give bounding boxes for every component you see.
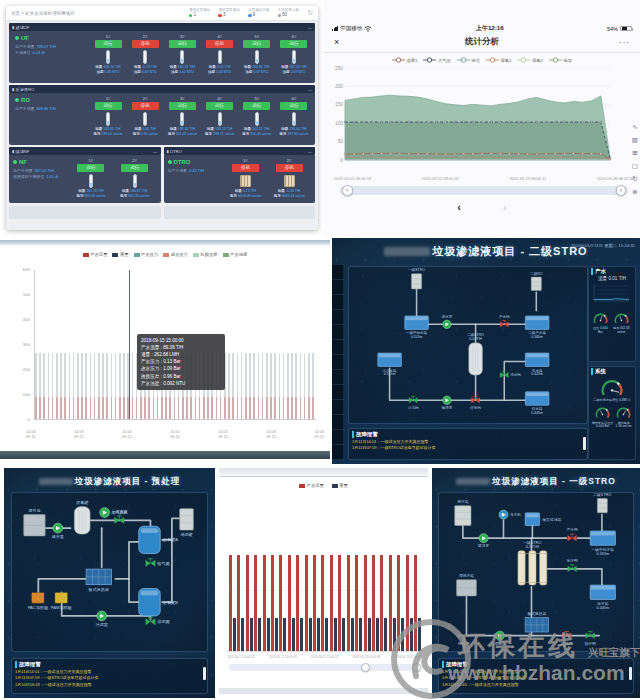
legend-item[interactable]: 产水流量 xyxy=(299,483,324,488)
window-chrome-strip xyxy=(0,240,330,245)
node-tank: 一级中间水箱0.553m xyxy=(405,316,429,339)
scada-title-text: 垃圾渗滤液项目 - 一级STRO xyxy=(492,476,616,486)
legend-item[interactable]: 通量 xyxy=(112,252,128,257)
unit-status-button[interactable]: 运行 xyxy=(280,40,307,48)
x-tick-label: 2019-03-19 08:00:11 xyxy=(509,176,546,181)
bar-navy xyxy=(233,618,236,651)
unit-status-button[interactable]: 停机 xyxy=(206,40,233,48)
tooltip-row: 产水压力 : 0.13 Bar xyxy=(141,358,221,365)
section-summary: RO总产水流量848.86 T/H xyxy=(15,96,91,143)
refresh-icon[interactable]: ↻ xyxy=(632,176,638,183)
datazoom-slider[interactable]: ≡ ≡ xyxy=(340,186,628,195)
scrollbar[interactable] xyxy=(629,667,632,680)
svg-text:PAC加药箱: PAC加药箱 xyxy=(28,605,48,610)
unit-stats: 流量 0.00 T/H电导 0.00 us/cm xyxy=(133,127,158,136)
svg-text:一级中间水箱0.553m: 一级中间水箱0.553m xyxy=(591,547,614,556)
bar-red xyxy=(237,555,240,651)
legend-item[interactable]: 电导 xyxy=(549,57,572,63)
legend-item[interactable]: 产水压力 xyxy=(134,252,159,257)
collapse-icon[interactable]: — xyxy=(308,149,312,154)
unit-status-button[interactable]: 运行 xyxy=(95,40,122,48)
datazoom-slider[interactable] xyxy=(229,664,420,671)
produce-card: 产水 流量 0.01 T/H 压力 0.000 Bar电导 302.08 us/… xyxy=(588,266,636,362)
unit-status-button[interactable]: 运行 xyxy=(169,102,196,110)
restore-box-icon[interactable]: ▢ xyxy=(632,163,638,170)
collapse-icon[interactable]: — xyxy=(153,149,157,154)
legend-item[interactable]: 溶氧2 xyxy=(517,57,542,63)
unit-status-button[interactable]: 停机 xyxy=(276,164,303,172)
svg-text:浓水箱0.445m: 浓水箱0.445m xyxy=(596,601,609,610)
footer-strip xyxy=(219,688,428,694)
section-name: DTRO xyxy=(168,159,224,165)
zoom-box-icon[interactable]: ⊞ xyxy=(632,150,638,157)
close-circle-icon[interactable]: ⊗ xyxy=(632,189,638,196)
svg-text:浓水阀: 浓水阀 xyxy=(510,372,521,377)
scada-title-text: 垃圾渗滤液项目 - 预处理 xyxy=(75,476,181,486)
unit-status-button[interactable]: 运行 xyxy=(243,40,270,48)
alarm-list[interactable]: 1月11日14:01：一级进水压力开关高压报警1月11日07:59：一级STRO… xyxy=(439,669,633,688)
bar-pair xyxy=(296,555,303,651)
section-header[interactable]: ▮ DTRO— xyxy=(164,147,316,155)
scrollbar[interactable] xyxy=(583,437,586,450)
slider-handle-right[interactable]: ≡ xyxy=(616,185,627,196)
unit-status-button[interactable]: 运行 xyxy=(121,164,148,172)
breadcrumb: 首页 > 矿井水深度处理回用项目 xyxy=(11,11,75,16)
unit-status-button[interactable]: 运行 xyxy=(95,102,122,110)
legend-item[interactable]: 通量 xyxy=(332,483,348,488)
legend-item[interactable]: 进水压力 xyxy=(163,252,188,257)
bar-pair xyxy=(229,555,236,651)
bar-navy xyxy=(384,618,387,651)
collapse-icon[interactable]: — xyxy=(308,25,312,30)
unit-status-button[interactable]: 运行 xyxy=(77,164,104,172)
prev-page-icon[interactable]: ‹ xyxy=(457,202,461,213)
unit-status-button[interactable]: 停机 xyxy=(232,164,259,172)
settings-icon[interactable]: ↻ xyxy=(307,9,313,17)
more-icon[interactable]: ··· xyxy=(610,38,630,47)
unit-status-button[interactable]: 运行 xyxy=(280,102,307,110)
section-summary: UF总产水流量798.07 T/H水池液位0.54 米 xyxy=(15,34,91,81)
legend-item[interactable]: 大气压 xyxy=(423,57,450,63)
unit-quality: 电导 301.22 us/cm xyxy=(168,132,197,137)
alarm-header: 故障报警 xyxy=(15,661,207,668)
legend-item[interactable]: 温度1 xyxy=(392,57,417,63)
scrollbar[interactable] xyxy=(203,667,206,680)
svg-text:二级产水箱0.380m: 二级产水箱0.380m xyxy=(528,330,546,339)
section-header[interactable]: ▮ 超滤UF— xyxy=(9,23,315,31)
bar-navy xyxy=(359,618,362,651)
unit-status-button[interactable]: 运行 xyxy=(169,40,196,48)
next-page-icon[interactable]: › xyxy=(503,202,507,213)
unit-number: 5# xyxy=(254,96,259,101)
slider-handle-left[interactable] xyxy=(361,663,370,672)
legend-item[interactable]: 产水浊度 xyxy=(223,252,248,257)
gauge-icon xyxy=(615,405,632,417)
unit-quality: 电导 6804.14 us/cm xyxy=(274,194,305,199)
unit-status-button[interactable]: 停机 xyxy=(132,40,159,48)
collapse-icon[interactable]: — xyxy=(308,87,312,92)
legend-item[interactable]: 产水流量 xyxy=(83,252,108,257)
line-chart-icon[interactable]: ∿ xyxy=(632,124,638,131)
section-header[interactable]: ▮ 反渗透RO— xyxy=(9,85,315,93)
close-icon[interactable]: × xyxy=(334,37,354,47)
node-membranes: 一级STRO0.20T/H xyxy=(518,540,547,585)
stat-label: 总产水流量 xyxy=(15,106,34,111)
dashboard-half-row: ▮ 纳滤NF—NF总产水流量397.00 T/H浓液循环水箱液位1.05 米1#… xyxy=(9,147,315,205)
svg-text:50: 50 xyxy=(338,139,344,144)
unit-column: 4#停机流量 0.00 T/H浊度 0.00 NTU xyxy=(203,34,237,81)
node-pump: 清洗泵 xyxy=(494,631,506,646)
section-header[interactable]: ▮ 纳滤NF— xyxy=(9,147,161,155)
scada-title-text: 垃圾渗滤液项目 - 二级STRO xyxy=(432,245,587,257)
bar-pair xyxy=(372,555,379,651)
node-tank: 保安过滤器 xyxy=(525,513,561,526)
legend-item[interactable]: 液位 xyxy=(457,57,480,63)
slider-handle-right[interactable] xyxy=(412,663,421,672)
signal-icon xyxy=(332,26,338,32)
slider-handle-left[interactable]: ≡ xyxy=(342,185,353,196)
alarm-list[interactable]: 1月11日14:01：一级进水压力开关高压报警1月11日07:59：一级STRO… xyxy=(349,439,587,452)
bar-chart-icon[interactable]: ▥ xyxy=(632,137,638,144)
legend-item[interactable]: 溶氧1 xyxy=(486,57,511,63)
alarm-list[interactable]: 1月11日14:01：一级进水压力开关高压报警1月11日07:59：一级STRO… xyxy=(12,669,207,688)
unit-status-button[interactable]: 运行 xyxy=(206,102,233,110)
unit-status-button[interactable]: 运行 xyxy=(243,102,270,110)
unit-status-button[interactable]: 停机 xyxy=(132,102,159,110)
legend-item[interactable]: 跨膜压差 xyxy=(193,252,218,257)
